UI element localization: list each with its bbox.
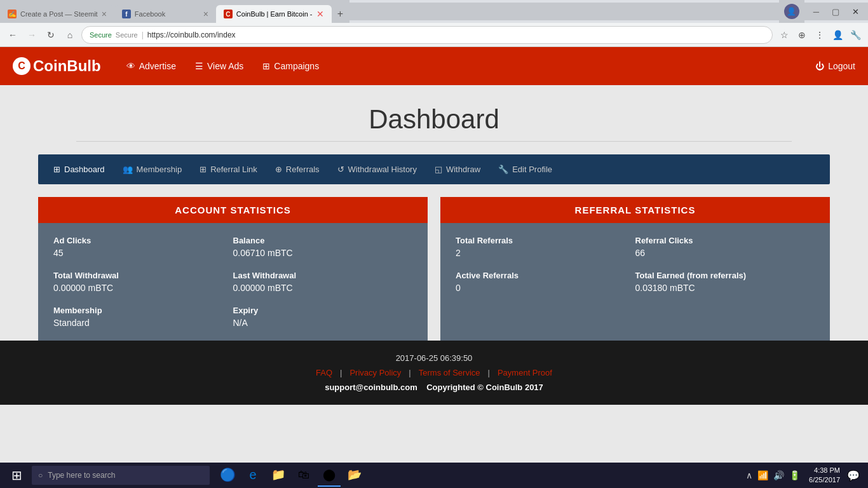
secure-label: Secure [116,31,138,39]
nav-campaigns[interactable]: ⊞ Campaigns [262,61,319,71]
browser-tab-2[interactable]: f Facebook × [114,5,216,23]
time-display: 4:38 PM [809,466,840,475]
taskbar-app-chrome[interactable]: ⬤ [318,464,341,487]
footer-tos-link[interactable]: Terms of Service [419,368,480,377]
home-button[interactable]: ⌂ [62,27,78,43]
referrals-tab-icon: ⊕ [275,165,282,174]
footer-links: FAQ | Privacy Policy | Terms of Service … [13,368,855,377]
nav-viewads[interactable]: ☰ View Ads [195,61,243,71]
tab1-close[interactable]: × [102,10,107,18]
volume-icon[interactable]: 🔊 [773,470,784,480]
browser-tabs: ✍ Create a Post — Steemit × f Facebook ×… [0,0,349,23]
logout-button[interactable]: ⏻ Logout [815,61,855,71]
network-icon[interactable]: 📶 [757,470,768,480]
tab-membership[interactable]: 👥 Membership [114,154,191,184]
withdraw-tab-icon: ◱ [435,165,442,174]
new-tab-button[interactable]: + [332,5,349,23]
ad-clicks-value: 45 [53,248,233,258]
taskbar-clock[interactable]: 4:38 PM 6/25/2017 [809,466,840,485]
balance-value: 0.06710 mBTC [233,248,413,258]
footer-privacy-link[interactable]: Privacy Policy [349,368,401,377]
stat-referral-clicks: Referral Clicks 66 [635,236,815,258]
explorer-icon: 📁 [271,468,285,482]
close-button[interactable]: ✕ [848,6,863,18]
dashboard-tab-icon: ⊞ [53,165,60,174]
referral-clicks-label: Referral Clicks [635,236,815,245]
stat-total-earned: Total Earned (from referrals) 0.03180 mB… [635,271,815,293]
forward-button[interactable]: → [24,27,39,43]
total-withdrawal-value: 0.00000 mBTC [53,283,233,293]
page-title: Dashboard [38,104,830,135]
chevron-tray-icon[interactable]: ∧ [746,470,752,480]
extensions-icon[interactable]: ⊕ [794,27,810,43]
logo: C CoinBulb [13,57,101,75]
toolbar-icons: ☆ ⊕ ⋮ 👤 🔧 [776,27,863,43]
expiry-label: Expiry [233,306,413,315]
bookmark-icon[interactable]: ☆ [776,27,792,43]
browser-tab-1[interactable]: ✍ Create a Post — Steemit × [0,5,114,23]
active-referrals-label: Active Referrals [456,271,635,280]
tab-referral-link[interactable]: ⊞ Referral Link [191,154,266,184]
logo-icon: C [13,57,31,75]
windows-icon: ⊞ [11,468,22,483]
footer-copy: support@coinbulb.com Copyrighted © CoinB… [13,383,855,392]
footer-divider-3: | [488,368,490,377]
footer-copyright: Copyrighted © CoinBulb 2017 [426,383,543,392]
page-divider [76,141,792,142]
addon-icon[interactable]: 🔧 [848,27,863,43]
withdrawal-history-tab-icon: ↺ [337,165,344,174]
start-button[interactable]: ⊞ [5,464,28,487]
browser-tab-3[interactable]: C CoinBulb | Earn Bitcoin - ✕ [216,5,332,23]
store-icon: 🛍 [298,468,309,482]
tab-edit-profile[interactable]: 🔧 Edit Profile [489,154,561,184]
tab3-title: CoinBulb | Earn Bitcoin - [236,10,313,18]
last-withdrawal-value: 0.00000 mBTC [233,283,413,293]
tab1-favicon: ✍ [8,10,17,18]
search-icon: ○ [38,471,43,480]
settings-icon[interactable]: ⋮ [812,27,827,43]
membership-tab-icon: 👥 [123,165,133,174]
campaigns-label: Campaigns [274,61,319,71]
notification-button[interactable]: 💬 [844,464,863,487]
address-bar[interactable]: Secure Secure | https://coinbulb.com/ind… [81,26,773,44]
tab3-close[interactable]: ✕ [316,10,324,18]
ad-clicks-label: Ad Clicks [53,236,233,245]
date-display: 6/25/2017 [809,475,840,485]
taskbar-apps: 🔵 e 📁 🛍 ⬤ 📂 [216,464,366,487]
taskbar-search-placeholder: Type here to search [48,471,115,480]
reload-button[interactable]: ↻ [43,27,58,43]
tab-withdraw[interactable]: ◱ Withdraw [426,154,489,184]
tab-dashboard[interactable]: ⊞ Dashboard [44,154,114,184]
battery-icon[interactable]: 🔋 [789,470,800,480]
taskbar: ⊞ ○ Type here to search 🔵 e 📁 🛍 ⬤ 📂 ∧ 📶 … [0,463,868,488]
back-button[interactable]: ← [5,27,20,43]
active-referrals-value: 0 [456,283,635,293]
stats-container: ACCOUNT STATISTICS Ad Clicks 45 Balance … [38,197,830,341]
logout-label: Logout [828,61,855,71]
tab2-close[interactable]: × [203,10,208,18]
taskbar-search[interactable]: ○ Type here to search [32,466,210,485]
advertise-label: Advertise [139,61,176,71]
tab2-favicon: f [122,10,131,18]
minimize-button[interactable]: ─ [810,6,823,18]
footer-faq-link[interactable]: FAQ [316,368,332,377]
referral-stats-body: Total Referrals 2 Referral Clicks 66 Act… [440,223,830,306]
maximize-button[interactable]: ▢ [828,6,843,18]
footer-payment-link[interactable]: Payment Proof [498,368,552,377]
membership-value: Standard [53,318,233,328]
taskbar-app-cortana[interactable]: 🔵 [216,464,239,487]
stat-balance: Balance 0.06710 mBTC [233,236,413,258]
tab-withdrawal-history[interactable]: ↺ Withdrawal History [329,154,426,184]
taskbar-app-files[interactable]: 📂 [343,464,366,487]
nav-advertise[interactable]: 👁 Advertise [126,61,176,71]
profile-toolbar-icon[interactable]: 👤 [830,27,845,43]
taskbar-app-explorer[interactable]: 📁 [267,464,290,487]
tab-referrals[interactable]: ⊕ Referrals [266,154,329,184]
referral-stats-card: REFERRAL STATISTICS Total Referrals 2 Re… [440,197,830,341]
taskbar-app-edge[interactable]: e [241,464,264,487]
taskbar-app-store[interactable]: 🛍 [292,464,315,487]
membership-label: Membership [53,306,233,315]
referrallink-tab-label: Referral Link [210,165,257,174]
footer-divider-2: | [409,368,410,377]
profile-icon[interactable]: 👤 [784,4,799,19]
